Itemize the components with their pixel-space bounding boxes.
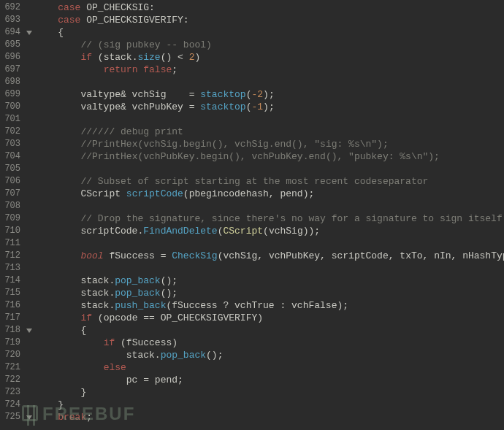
line-number: 702 [0, 126, 23, 138]
line-number: 700 [0, 101, 23, 113]
fold-cell [23, 299, 35, 312]
line-number: 692 [0, 1, 23, 14]
line-number-gutter: 6926936946956966976986997007017027037047… [0, 0, 23, 423]
code-line[interactable]: if (stack.size() < 2) [35, 51, 504, 64]
line-number: 709 [0, 212, 23, 225]
fold-down-icon[interactable] [26, 31, 32, 35]
code-line[interactable]: if (opcode == OP_CHECKSIGVERIFY) [35, 312, 504, 324]
fold-cell [23, 399, 35, 411]
fold-cell [23, 237, 35, 250]
line-number: 725 [0, 411, 23, 423]
line-number: 721 [0, 361, 23, 374]
fold-down-icon[interactable] [26, 329, 32, 333]
fold-cell [23, 76, 35, 88]
fold-cell [23, 51, 35, 64]
line-number: 699 [0, 88, 23, 101]
fold-cell [23, 386, 35, 399]
fold-cell [23, 225, 35, 237]
line-number: 704 [0, 150, 23, 163]
line-number: 697 [0, 64, 23, 76]
line-number: 701 [0, 113, 23, 126]
fold-cell [23, 200, 35, 212]
fold-cell [23, 138, 35, 150]
code-line[interactable] [35, 237, 504, 250]
line-number: 696 [0, 51, 23, 64]
fold-cell [23, 88, 35, 101]
code-line[interactable]: break; [35, 411, 504, 423]
line-number: 716 [0, 299, 23, 312]
line-number: 713 [0, 262, 23, 274]
line-number: 724 [0, 399, 23, 411]
fold-cell [23, 287, 35, 299]
fold-cell [23, 349, 35, 361]
fold-cell [23, 250, 35, 262]
code-line[interactable]: case OP_CHECKSIG: [35, 1, 504, 14]
code-line[interactable]: } [35, 399, 504, 411]
line-number: 720 [0, 349, 23, 361]
line-number: 717 [0, 312, 23, 324]
line-number: 698 [0, 76, 23, 88]
fold-cell [23, 1, 35, 14]
code-line[interactable] [35, 113, 504, 126]
line-number: 712 [0, 250, 23, 262]
code-line[interactable]: stack.push_back(fSuccess ? vchTrue : vch… [35, 299, 504, 312]
line-number: 694 [0, 26, 23, 39]
code-line[interactable]: stack.pop_back(); [35, 349, 504, 361]
fold-cell [23, 175, 35, 188]
code-line[interactable]: else [35, 361, 504, 374]
code-line[interactable]: } [35, 386, 504, 399]
fold-cell [23, 188, 35, 200]
code-line[interactable]: stack.pop_back(); [35, 274, 504, 287]
code-line[interactable]: //PrintHex(vchPubKey.begin(), vchPubKey.… [35, 150, 504, 163]
fold-cell [23, 126, 35, 138]
code-line[interactable]: pc = pend; [35, 374, 504, 386]
code-editor[interactable]: 6926936946956966976986997007017027037047… [0, 0, 504, 423]
line-number: 715 [0, 287, 23, 299]
fold-cell [23, 337, 35, 349]
code-line[interactable]: CScript scriptCode(pbegincodehash, pend)… [35, 188, 504, 200]
code-line[interactable]: ////// debug print [35, 126, 504, 138]
fold-cell [23, 312, 35, 324]
line-number: 693 [0, 14, 23, 26]
code-line[interactable]: scriptCode.FindAndDelete(CScript(vchSig)… [35, 225, 504, 237]
code-line[interactable]: case OP_CHECKSIGVERIFY: [35, 14, 504, 26]
code-line[interactable]: { [35, 26, 504, 39]
line-number: 705 [0, 163, 23, 175]
code-line[interactable] [35, 200, 504, 212]
code-line[interactable]: valtype& vchSig = stacktop(-2); [35, 88, 504, 101]
line-number: 711 [0, 237, 23, 250]
code-line[interactable]: // Drop the signature, since there's no … [35, 212, 504, 225]
fold-cell[interactable] [23, 411, 35, 423]
line-number: 718 [0, 324, 23, 337]
fold-cell [23, 39, 35, 51]
code-line[interactable]: bool fSuccess = CheckSig(vchSig, vchPubK… [35, 250, 504, 262]
line-number: 710 [0, 225, 23, 237]
code-line[interactable]: stack.pop_back(); [35, 287, 504, 299]
code-line[interactable]: //PrintHex(vchSig.begin(), vchSig.end(),… [35, 138, 504, 150]
fold-cell[interactable] [23, 26, 35, 39]
fold-cell [23, 212, 35, 225]
fold-column[interactable] [23, 0, 35, 423]
code-line[interactable]: // (sig pubkey -- bool) [35, 39, 504, 51]
line-number: 714 [0, 274, 23, 287]
line-number: 708 [0, 200, 23, 212]
line-number: 723 [0, 386, 23, 399]
fold-cell [23, 361, 35, 374]
line-number: 719 [0, 337, 23, 349]
line-number: 695 [0, 39, 23, 51]
code-line[interactable]: { [35, 324, 504, 337]
fold-cell [23, 374, 35, 386]
code-line[interactable]: return false; [35, 64, 504, 76]
fold-cell [23, 14, 35, 26]
fold-cell [23, 64, 35, 76]
code-line[interactable]: valtype& vchPubKey = stacktop(-1); [35, 101, 504, 113]
code-line[interactable] [35, 262, 504, 274]
code-line[interactable]: // Subset of script starting at the most… [35, 175, 504, 188]
code-line[interactable]: if (fSuccess) [35, 337, 504, 349]
fold-cell[interactable] [23, 324, 35, 337]
code-line[interactable] [35, 76, 504, 88]
code-line[interactable] [35, 163, 504, 175]
line-number: 706 [0, 175, 23, 188]
code-area[interactable]: case OP_CHECKSIG: case OP_CHECKSIGVERIFY… [35, 0, 504, 423]
fold-down-icon[interactable] [26, 415, 32, 420]
